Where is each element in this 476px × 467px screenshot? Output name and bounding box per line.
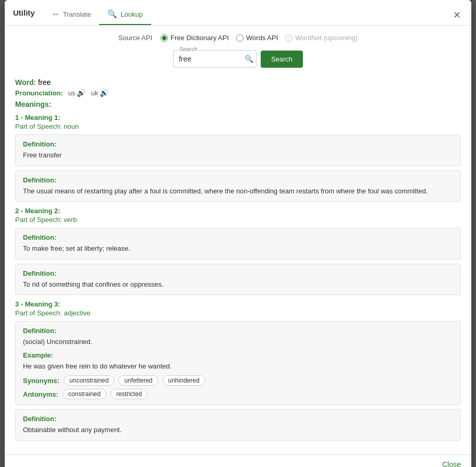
- word-label: Word:: [15, 78, 36, 87]
- def-card-2-1: Definition: To make free; set at liberty…: [15, 228, 461, 260]
- def-text-3-1: (social) Unconstrained.: [23, 337, 453, 347]
- speaker-us-icon[interactable]: 🔊: [77, 89, 86, 97]
- source-api-row: Source API Free Dictionary API Words API…: [15, 34, 461, 42]
- meaning-3-pos: Part of Speech: adjective: [15, 309, 461, 317]
- dialog-header: Utility ↔ Translate 🔍 Lookup ✕: [5, 0, 471, 26]
- def-card-3-1: Definition: (social) Unconstrained. Exam…: [15, 321, 461, 405]
- def-label-2-2: Definition:: [23, 269, 453, 277]
- def-label-1-1: Definition:: [23, 140, 453, 148]
- synonyms-label: Synonyms:: [23, 377, 59, 385]
- antonym-2: restricted: [111, 389, 148, 399]
- meaning-1: 1 - Meaning 1: Part of Speech: noun Defi…: [15, 114, 461, 202]
- synonym-1: unconstrained: [64, 375, 114, 386]
- pron-us-text: us: [68, 89, 76, 97]
- def-text-3-2: Obtainable without any payment.: [23, 425, 453, 435]
- dialog-title: Utility: [13, 8, 35, 22]
- def-label-3-1: Definition:: [23, 327, 453, 335]
- meanings-label: Meanings:: [15, 100, 461, 108]
- dialog-footer: Close: [5, 454, 471, 468]
- example-label-3-1: Example:: [23, 351, 453, 359]
- free-dict-label: Free Dictionary API: [170, 34, 229, 42]
- def-card-2-2: Definition: To rid of something that con…: [15, 264, 461, 296]
- synonym-2: unfettered: [118, 375, 158, 386]
- meaning-2: 2 - Meaning 2: Part of Speech: verb Defi…: [15, 207, 461, 295]
- search-field-label: Search: [178, 46, 199, 52]
- def-text-2-1: To make free; set at liberty; release.: [23, 243, 453, 254]
- synonym-3: unhindered: [163, 375, 205, 386]
- def-label-2-1: Definition:: [23, 233, 453, 241]
- search-button[interactable]: Search: [261, 51, 303, 68]
- radio-wordnet: WordNet (upcoming): [285, 34, 358, 42]
- meaning-3-title: 3 - Meaning 3:: [15, 300, 461, 308]
- radio-group: Free Dictionary API Words API WordNet (u…: [161, 34, 358, 42]
- pron-uk-text: uk: [91, 89, 98, 97]
- magnifier-icon: 🔍: [245, 55, 253, 63]
- def-card-3-2: Definition: Obtainable without any payme…: [15, 409, 461, 441]
- def-text-1-2: The usual means of restarting play after…: [23, 186, 453, 196]
- word-value: free: [38, 78, 51, 87]
- word-line: Word: free: [15, 78, 461, 87]
- search-row: Search 🔍 Search: [15, 50, 461, 68]
- antonyms-label: Antonyms:: [23, 390, 58, 398]
- utility-dialog: Utility ↔ Translate 🔍 Lookup ✕ Source AP…: [5, 0, 471, 467]
- pron-us: us 🔊: [68, 89, 86, 97]
- word-info: Word: free Pronunciation: us 🔊 uk 🔊 Mean…: [15, 78, 461, 108]
- example-text-3-1: He was given free rein to do whatever he…: [23, 361, 453, 372]
- search-icon-button[interactable]: 🔍: [245, 55, 253, 63]
- lookup-icon: 🔍: [107, 9, 117, 19]
- source-label: Source API: [118, 34, 152, 42]
- def-card-1-1: Definition: Free transfer: [15, 134, 461, 166]
- meaning-1-pos: Part of Speech: noun: [15, 122, 461, 130]
- def-text-2-2: To rid of something that confines or opp…: [23, 279, 453, 290]
- words-api-label: Words API: [246, 34, 278, 42]
- translate-icon: ↔: [52, 9, 60, 19]
- def-label-3-2: Definition:: [23, 415, 453, 423]
- antonyms-row: Antonyms: constrained restricted: [23, 389, 453, 399]
- pron-uk: uk 🔊: [91, 89, 108, 97]
- meaning-2-pos: Part of Speech: verb: [15, 216, 461, 224]
- tab-lookup-label: Lookup: [120, 10, 143, 18]
- meaning-1-title: 1 - Meaning 1:: [15, 114, 461, 121]
- close-footer-button[interactable]: Close: [442, 460, 461, 468]
- dialog-body: Source API Free Dictionary API Words API…: [5, 26, 471, 454]
- pronunciation-line: Pronunciation: us 🔊 uk 🔊: [15, 89, 461, 97]
- tabs: ↔ Translate 🔍 Lookup: [43, 5, 151, 25]
- pronunciation-label: Pronunciation:: [15, 89, 63, 97]
- close-dialog-button[interactable]: ✕: [451, 10, 463, 20]
- radio-words-api[interactable]: Words API: [236, 34, 278, 42]
- speaker-uk-icon[interactable]: 🔊: [100, 89, 108, 97]
- def-label-1-2: Definition:: [23, 176, 453, 184]
- synonyms-row: Synonyms: unconstrained unfettered unhin…: [23, 375, 453, 386]
- meaning-2-title: 2 - Meaning 2:: [15, 207, 461, 215]
- radio-free-dict[interactable]: Free Dictionary API: [161, 34, 229, 42]
- tab-translate[interactable]: ↔ Translate: [43, 5, 100, 25]
- search-field-wrap: Search 🔍: [173, 50, 257, 68]
- tab-translate-label: Translate: [63, 10, 91, 18]
- wordnet-label: WordNet (upcoming): [295, 34, 358, 42]
- meaning-3: 3 - Meaning 3: Part of Speech: adjective…: [15, 300, 461, 441]
- def-text-1-1: Free transfer: [23, 150, 453, 161]
- search-input[interactable]: [173, 50, 257, 68]
- def-card-1-2: Definition: The usual means of restartin…: [15, 170, 461, 202]
- antonym-1: constrained: [63, 389, 106, 399]
- tab-lookup[interactable]: 🔍 Lookup: [99, 5, 151, 25]
